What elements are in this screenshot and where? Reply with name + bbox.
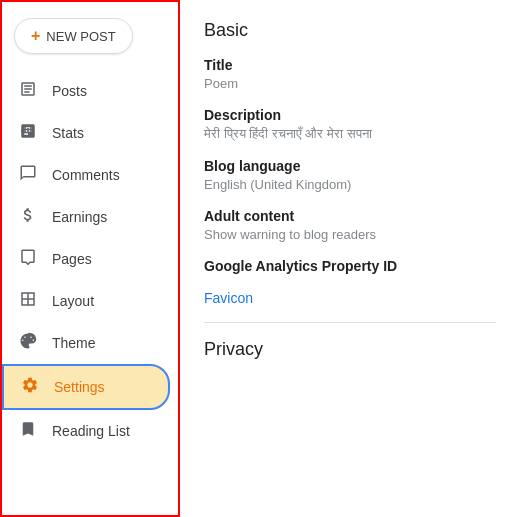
sidebar-item-stats-label: Stats (52, 125, 84, 141)
settings-icon (20, 376, 40, 398)
setting-adult-content-label: Adult content (204, 208, 496, 224)
stats-icon (18, 122, 38, 144)
setting-blog-language-label: Blog language (204, 158, 496, 174)
setting-description-label: Description (204, 107, 496, 123)
setting-blog-language-value: English (United Kingdom) (204, 177, 496, 192)
sidebar-item-settings-label: Settings (54, 379, 105, 395)
reading-list-icon (18, 420, 38, 442)
sidebar-item-theme-label: Theme (52, 335, 96, 351)
setting-description-value: मेरी प्रिय हिंदी रचनाएँ और मेरा सपना (204, 126, 496, 142)
new-post-label: NEW POST (46, 29, 115, 44)
setting-title: Title Poem (204, 57, 496, 91)
sidebar-item-pages[interactable]: Pages (2, 238, 170, 280)
sidebar: + NEW POST Posts Stats Comments Earnings (0, 0, 180, 517)
setting-title-label: Title (204, 57, 496, 73)
posts-icon (18, 80, 38, 102)
sidebar-item-posts[interactable]: Posts (2, 70, 170, 112)
sidebar-item-earnings[interactable]: Earnings (2, 196, 170, 238)
setting-blog-language: Blog language English (United Kingdom) (204, 158, 496, 192)
theme-icon (18, 332, 38, 354)
section-divider (204, 322, 496, 323)
setting-adult-content: Adult content Show warning to blog reade… (204, 208, 496, 242)
sidebar-item-layout[interactable]: Layout (2, 280, 170, 322)
new-post-button[interactable]: + NEW POST (14, 18, 133, 54)
sidebar-item-reading-list-label: Reading List (52, 423, 130, 439)
sidebar-item-stats[interactable]: Stats (2, 112, 170, 154)
setting-favicon: Favicon (204, 290, 496, 306)
setting-adult-content-value: Show warning to blog readers (204, 227, 496, 242)
pages-icon (18, 248, 38, 270)
sidebar-item-earnings-label: Earnings (52, 209, 107, 225)
sidebar-item-pages-label: Pages (52, 251, 92, 267)
comments-icon (18, 164, 38, 186)
setting-description: Description मेरी प्रिय हिंदी रचनाएँ और म… (204, 107, 496, 142)
setting-title-value: Poem (204, 76, 496, 91)
basic-section-title: Basic (204, 20, 496, 41)
sidebar-item-reading-list[interactable]: Reading List (2, 410, 170, 452)
setting-google-analytics-label: Google Analytics Property ID (204, 258, 496, 274)
sidebar-item-comments[interactable]: Comments (2, 154, 170, 196)
privacy-section-title: Privacy (204, 339, 496, 360)
sidebar-item-layout-label: Layout (52, 293, 94, 309)
layout-icon (18, 290, 38, 312)
earnings-icon (18, 206, 38, 228)
main-content: Basic Title Poem Description मेरी प्रिय … (180, 0, 520, 517)
setting-google-analytics: Google Analytics Property ID (204, 258, 496, 274)
plus-icon: + (31, 27, 40, 45)
sidebar-item-posts-label: Posts (52, 83, 87, 99)
sidebar-item-settings[interactable]: Settings (2, 364, 170, 410)
favicon-link[interactable]: Favicon (204, 290, 253, 306)
sidebar-item-comments-label: Comments (52, 167, 120, 183)
sidebar-item-theme[interactable]: Theme (2, 322, 170, 364)
